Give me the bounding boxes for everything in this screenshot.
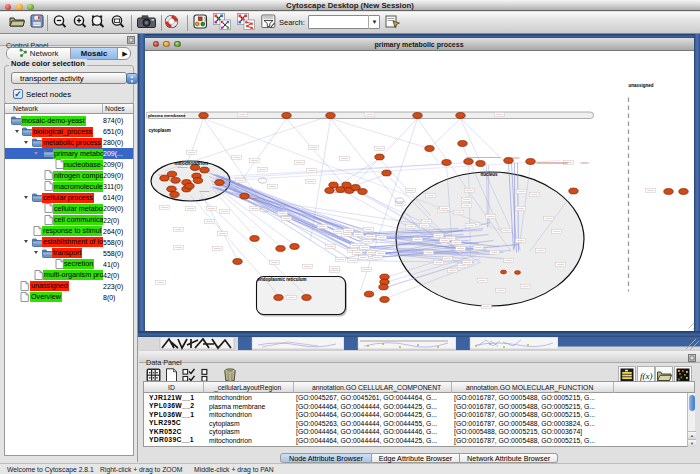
svg-text:unassigned: unassigned xyxy=(628,82,653,87)
svg-text:plasma membrane: plasma membrane xyxy=(148,112,186,117)
svg-text:endoplasmic reticulum: endoplasmic reticulum xyxy=(257,277,306,282)
svg-text:f(x): f(x) xyxy=(640,371,653,381)
svg-text:nucleus: nucleus xyxy=(480,171,498,176)
svg-text:mitochondrion: mitochondrion xyxy=(174,160,208,165)
svg-text:cytoplasm: cytoplasm xyxy=(148,127,170,132)
